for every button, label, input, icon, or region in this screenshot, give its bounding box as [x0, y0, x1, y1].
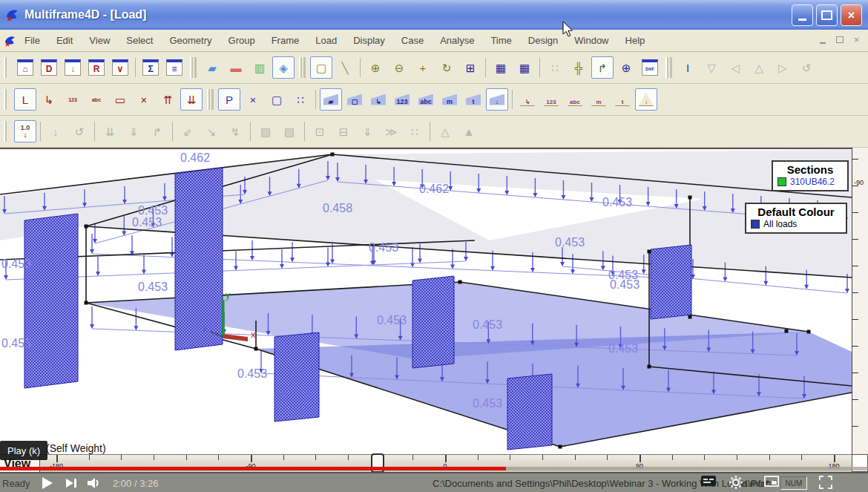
plate-corners-button[interactable]: ∷ [289, 88, 312, 111]
section-shape-button[interactable]: I [677, 56, 699, 79]
label-names-button[interactable]: abc [85, 88, 108, 111]
select-area-button[interactable]: ▢ [310, 56, 332, 79]
mdi-close-button[interactable]: × [851, 35, 862, 45]
maximize-button[interactable] [816, 4, 838, 26]
anim-cone-button[interactable]: △ [748, 56, 770, 79]
label-axes-button[interactable]: ↳ [38, 88, 60, 111]
load-undo-button[interactable]: ↺ [68, 120, 91, 142]
plate-mass-button[interactable]: m [438, 88, 461, 111]
plate-outline-button[interactable]: ▢ [266, 88, 288, 111]
menu-load[interactable]: Load [307, 32, 345, 49]
menu-group[interactable]: Group [220, 32, 263, 49]
plate-load-5-button[interactable]: ∷ [404, 120, 426, 142]
tri-load-1-button[interactable]: △ [434, 120, 456, 142]
view-reactions-button[interactable]: R [85, 56, 108, 79]
origin-button[interactable]: ⊕ [615, 56, 637, 79]
settings-button[interactable] [729, 476, 743, 489]
label-loads-button[interactable]: ⇊ [180, 88, 203, 111]
tri-loads-button[interactable]: ↓ [635, 88, 657, 111]
menu-design[interactable]: Design [520, 32, 566, 49]
plate-load-2-button[interactable]: ⊟ [332, 120, 355, 142]
plate-loads-button[interactable]: ↓ [486, 88, 508, 111]
minimize-button[interactable] [792, 4, 813, 26]
anim-loop-button[interactable]: ↺ [795, 56, 818, 79]
menu-analyse[interactable]: Analyse [432, 32, 482, 49]
play-button[interactable] [40, 476, 55, 491]
plate-thickness-button[interactable]: t [462, 88, 484, 111]
grid-lines-button[interactable]: ╬ [568, 56, 590, 79]
view-report-button[interactable]: ≡ [163, 56, 185, 79]
video-progress-played[interactable] [0, 467, 506, 470]
load-down-button[interactable]: ↓ [45, 120, 67, 142]
skew-load-2-button[interactable]: ↘ [200, 120, 223, 142]
orbit-button[interactable]: ↻ [435, 56, 458, 79]
menu-view[interactable]: View [81, 32, 118, 49]
menu-file[interactable]: File [16, 32, 48, 49]
plate-edge-button[interactable]: ▢ [343, 88, 366, 111]
skew-load-3-button[interactable]: ↯ [224, 120, 246, 142]
render-flat-button[interactable]: ▬ [225, 56, 247, 79]
anim-back-button[interactable]: ◁ [724, 56, 746, 79]
plate-load-4-button[interactable]: ≫ [380, 120, 402, 142]
axes-toggle-button[interactable]: ↱ [591, 56, 614, 79]
volume-button[interactable] [86, 476, 102, 491]
toolbar-grip[interactable] [4, 89, 10, 110]
menu-frame[interactable]: Frame [263, 32, 308, 49]
next-button[interactable] [64, 476, 79, 491]
menu-select[interactable]: Select [118, 32, 161, 49]
plate-load-1-button[interactable]: ⊡ [309, 120, 331, 142]
show-frame-2-button[interactable]: ▦ [513, 56, 536, 79]
load-scale-button[interactable]: 1.0↓ [14, 120, 36, 142]
view-deflection-button[interactable]: D [38, 56, 60, 79]
tri-mass-button[interactable]: m [588, 88, 610, 111]
label-numbers-button[interactable]: 123 [62, 88, 84, 111]
tri-numbers-button[interactable]: 123 [540, 88, 562, 111]
menu-display[interactable]: Display [345, 32, 393, 49]
pan-button[interactable]: + [412, 56, 434, 79]
miniplayer-button[interactable] [764, 476, 779, 488]
view-loads-button[interactable]: ↓ [62, 56, 84, 79]
label-nodes-button[interactable]: × [133, 88, 155, 111]
toolbar-grip[interactable] [4, 121, 10, 142]
tri-axis-button[interactable]: ↳ [516, 88, 539, 111]
render-solid-button[interactable]: ▰ [201, 56, 223, 79]
close-button[interactable]: × [841, 4, 862, 26]
view-sum-button[interactable]: Σ [139, 56, 162, 79]
plate-fill-button[interactable]: ▰ [320, 88, 342, 111]
zoom-in-button[interactable]: ⊕ [364, 56, 387, 79]
sections-legend[interactable]: Sections 310UB46.2 [772, 160, 849, 191]
menu-geometry[interactable]: Geometry [161, 32, 220, 49]
plate-numbers-button[interactable]: 123 [391, 88, 413, 111]
render-3d-button[interactable]: ◈ [272, 56, 295, 79]
tri-thickness-button[interactable]: t [611, 88, 634, 111]
plate-names-button[interactable]: abc [415, 88, 437, 111]
plate-p-button[interactable]: P [218, 88, 240, 111]
zoom-out-button[interactable]: ⊖ [388, 56, 410, 79]
draw-line-button[interactable]: ╲ [334, 56, 356, 79]
grid-dots-button[interactable]: ∷ [544, 56, 566, 79]
fullscreen-button[interactable] [819, 476, 832, 489]
patch-load-1-button[interactable]: ▨ [254, 120, 277, 142]
patch-load-2-button[interactable]: ▧ [278, 120, 300, 142]
view-moment-button[interactable]: ∨ [109, 56, 131, 79]
view-frame-button[interactable]: ⌂ [14, 56, 36, 79]
show-frame-1-button[interactable]: ▦ [490, 56, 512, 79]
render-panel-button[interactable]: ▥ [249, 56, 271, 79]
menu-time[interactable]: Time [482, 32, 519, 49]
menu-case[interactable]: Case [393, 32, 432, 49]
mdi-restore-button[interactable] [834, 35, 845, 45]
video-progress-track[interactable] [506, 467, 868, 470]
menu-edit[interactable]: Edit [48, 32, 81, 49]
zoom-extents-button[interactable]: ⊞ [459, 56, 481, 79]
tri-load-2-button[interactable]: ▲ [458, 120, 480, 142]
subtitles-button[interactable] [701, 476, 716, 488]
dxf-export-button[interactable]: DXF [639, 56, 661, 79]
default-colour-legend[interactable]: Default Colour All loads [745, 203, 847, 234]
label-members-button[interactable]: ▭ [109, 88, 131, 111]
plate-axes-button[interactable]: × [242, 88, 264, 111]
dist-load-1-button[interactable]: ⇊ [99, 120, 121, 142]
tri-names-button[interactable]: abc [564, 88, 586, 111]
skew-load-1-button[interactable]: ⇙ [177, 120, 199, 142]
label-load-values-button[interactable]: ⇈ [157, 88, 179, 111]
moment-load-button[interactable]: ↱ [146, 120, 168, 142]
